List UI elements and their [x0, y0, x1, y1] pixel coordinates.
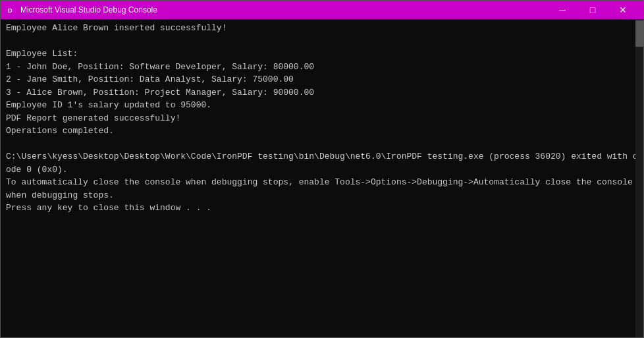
scrollbar[interactable] — [635, 19, 643, 337]
window-title: Microsoft Visual Studio Debug Console — [20, 5, 547, 14]
title-bar: D Microsoft Visual Studio Debug Console … — [1, 1, 643, 19]
vs-icon: D — [6, 5, 16, 15]
app-window: D Microsoft Visual Studio Debug Console … — [0, 0, 644, 338]
window-controls: ─ □ ✕ — [547, 1, 638, 19]
scrollbar-thumb[interactable] — [635, 20, 643, 47]
console-output: Employee Alice Brown inserted successful… — [6, 22, 638, 335]
minimize-button[interactable]: ─ — [547, 1, 577, 19]
close-button[interactable]: ✕ — [608, 1, 638, 19]
svg-text:D: D — [8, 7, 13, 14]
maximize-button[interactable]: □ — [577, 1, 608, 19]
console-area: Employee Alice Brown inserted successful… — [1, 19, 643, 337]
